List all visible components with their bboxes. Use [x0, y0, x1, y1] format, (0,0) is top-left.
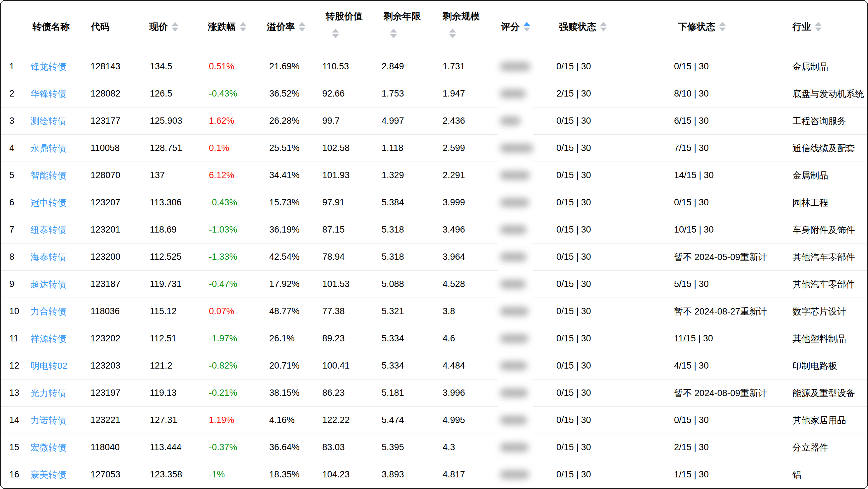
- bond-name-link[interactable]: 宏微转债: [31, 434, 66, 461]
- remaining-years: 5.384: [382, 189, 404, 216]
- column-label: 转债名称: [32, 21, 70, 33]
- premium-rate: 18.35%: [269, 461, 300, 488]
- industry: 其他汽车零部件: [793, 271, 855, 297]
- forced-redemption-status: 0/15 | 30: [556, 243, 591, 270]
- conversion-value: 78.94: [322, 243, 345, 270]
- current-price: 115.12: [150, 298, 177, 325]
- column-label: 下修状态: [678, 21, 715, 33]
- industry: 能源及重型设备: [793, 379, 855, 406]
- blurred-score-value: [500, 280, 526, 289]
- bond-code: 123221: [91, 407, 120, 434]
- forced-redemption-status: 2/15 | 30: [556, 80, 591, 107]
- column-header-change-sort[interactable]: 涨跌幅: [208, 1, 246, 53]
- premium-rate: 38.15%: [269, 379, 300, 406]
- bond-code: 123201: [91, 216, 120, 243]
- change-percent: -0.82%: [209, 352, 238, 379]
- downward-revision-status: 14/15 | 30: [674, 162, 714, 189]
- bond-name-link[interactable]: 永鼎转债: [31, 135, 66, 162]
- bond-code: 123200: [91, 243, 120, 270]
- current-price: 119.13: [150, 379, 177, 406]
- sort-caret-icon: [240, 22, 246, 31]
- forced-redemption-status: 0/15 | 30: [556, 461, 591, 488]
- row-index: 9: [9, 271, 14, 297]
- column-header-score-sort[interactable]: 评分: [501, 1, 530, 53]
- remaining-size: 3.996: [443, 379, 465, 406]
- bond-name-link[interactable]: 纽泰转债: [31, 216, 66, 243]
- change-percent: -1%: [209, 461, 225, 488]
- bond-name-link[interactable]: 冠中转债: [31, 189, 66, 216]
- industry: 车身附件及饰件: [793, 216, 855, 243]
- bond-name-link[interactable]: 测绘转债: [31, 108, 66, 134]
- current-price: 127.31: [150, 407, 177, 434]
- industry: 金属制品: [793, 53, 828, 80]
- downward-revision-status: 1/15 | 30: [674, 461, 709, 488]
- table-row: 10 力合转债 118036 115.12 0.07% 48.77% 77.38…: [1, 298, 867, 325]
- current-price: 126.5: [150, 80, 173, 107]
- column-header-forced-redemption-sort[interactable]: 强赎状态: [559, 1, 607, 53]
- table-row: 15 宏微转债 118040 113.444 -0.37% 36.64% 83.…: [1, 434, 867, 461]
- blurred-score-value: [500, 62, 530, 71]
- column-label: 强赎状态: [559, 21, 596, 33]
- column-header-remaining-years-sort[interactable]: 剩余年限: [383, 1, 421, 53]
- conversion-value: 101.93: [322, 162, 350, 189]
- bond-name-link[interactable]: 锋龙转债: [31, 53, 66, 80]
- table-row: 8 海泰转债 123200 112.525 -1.33% 42.54% 78.9…: [1, 243, 867, 271]
- bond-code: 128143: [91, 53, 120, 80]
- remaining-size: 1.947: [443, 80, 465, 107]
- change-percent: 6.12%: [209, 162, 235, 189]
- bond-name-link[interactable]: 华锋转债: [31, 80, 66, 107]
- premium-rate: 42.54%: [269, 243, 300, 270]
- column-header-price-sort[interactable]: 现价: [149, 1, 178, 53]
- bond-name-link[interactable]: 光力转债: [31, 379, 66, 406]
- remaining-size: 4.528: [443, 271, 465, 297]
- bond-name-link[interactable]: 智能转债: [31, 162, 66, 189]
- bond-name-link[interactable]: 豪美转债: [31, 461, 66, 488]
- downward-revision-status: 8/10 | 30: [674, 80, 709, 107]
- row-index: 10: [9, 298, 19, 325]
- sort-caret-icon: [600, 22, 607, 31]
- sort-caret-icon: [390, 29, 397, 38]
- current-price: 125.903: [150, 108, 182, 134]
- column-header-downward-revision-sort[interactable]: 下修状态: [678, 1, 726, 53]
- bond-name-link[interactable]: 明电转02: [31, 352, 67, 379]
- column-header-remaining-size-sort[interactable]: 剩余规模: [443, 1, 480, 53]
- change-percent: -0.43%: [209, 189, 238, 216]
- blurred-score-value: [500, 443, 528, 452]
- column-label: 行业: [793, 21, 811, 33]
- forced-redemption-status: 0/15 | 30: [556, 434, 591, 461]
- premium-rate: 25.51%: [269, 135, 300, 162]
- row-index: 1: [9, 53, 14, 80]
- forced-redemption-status: 0/15 | 30: [556, 325, 591, 352]
- downward-revision-status: 4/15 | 30: [674, 352, 709, 379]
- change-percent: -1.03%: [209, 216, 238, 243]
- bond-name-link[interactable]: 海泰转债: [31, 243, 66, 270]
- blurred-score-value: [500, 144, 533, 153]
- conversion-value: 87.15: [322, 216, 345, 243]
- premium-rate: 20.71%: [269, 352, 300, 379]
- column-header-premium-sort[interactable]: 溢价率: [267, 1, 305, 53]
- industry: 数字芯片设计: [793, 298, 846, 325]
- bond-table-window: 转债名称 代码 现价 涨跌幅 溢价率 转股价值 剩余年限 剩余规模: [0, 0, 868, 489]
- conversion-value: 101.53: [322, 271, 350, 297]
- bond-name-link[interactable]: 力合转债: [31, 298, 66, 325]
- column-header-industry-sort[interactable]: 行业: [793, 1, 822, 53]
- bond-name-link[interactable]: 超达转债: [31, 271, 66, 297]
- bond-name-link[interactable]: 祥源转债: [31, 325, 66, 352]
- downward-revision-status: 6/15 | 30: [674, 108, 709, 134]
- forced-redemption-status: 0/15 | 30: [556, 379, 591, 406]
- change-percent: -0.21%: [209, 379, 238, 406]
- bond-name-link[interactable]: 力诺转债: [31, 407, 66, 434]
- downward-revision-status: 0/15 | 30: [674, 407, 709, 434]
- column-header-conversion-value-sort[interactable]: 转股价值: [326, 1, 363, 53]
- forced-redemption-status: 0/15 | 30: [556, 407, 591, 434]
- bond-code: 123187: [91, 271, 120, 297]
- premium-rate: 36.64%: [269, 434, 300, 461]
- premium-rate: 36.19%: [269, 216, 300, 243]
- forced-redemption-status: 0/15 | 30: [556, 162, 591, 189]
- current-price: 128.751: [150, 135, 182, 162]
- column-label: 剩余年限: [383, 10, 421, 23]
- row-index: 4: [9, 135, 14, 162]
- row-index: 8: [9, 243, 14, 270]
- remaining-years: 1.118: [382, 135, 403, 162]
- industry: 其他汽车零部件: [793, 243, 855, 270]
